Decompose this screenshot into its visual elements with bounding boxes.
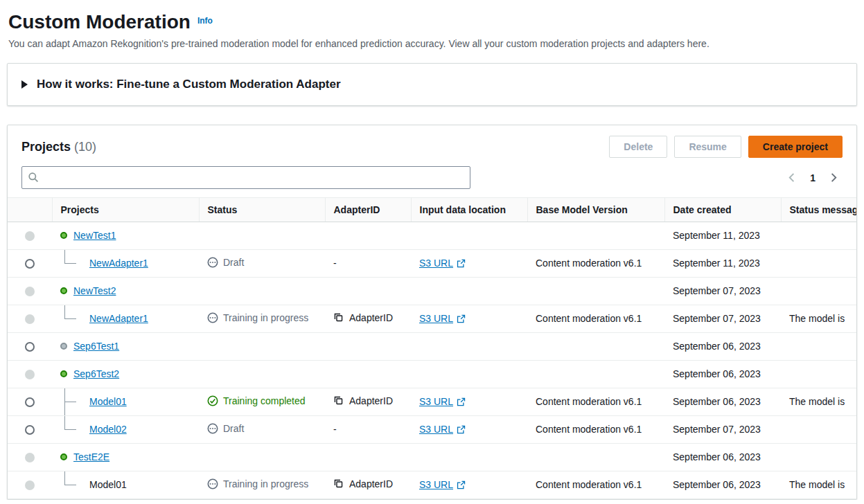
name-cell: Model01: [52, 471, 199, 498]
adapter-link[interactable]: NewAdapter1: [89, 258, 148, 269]
status-message-cell: [781, 443, 856, 471]
project-row: TestE2ESeptember 06, 2023: [8, 443, 856, 471]
selection-cell: [8, 443, 52, 471]
adapter-row: Model02Draft-S3 URLContent moderation v6…: [8, 415, 856, 443]
status-message-cell: [781, 360, 856, 388]
s3-url-link[interactable]: S3 URL: [419, 258, 466, 269]
base-model-version-cell: Content moderation v6.1: [527, 388, 664, 415]
column-header-status: Status: [199, 198, 325, 222]
adapter-id-cell: AdapterID: [325, 471, 411, 498]
external-link-icon: [457, 314, 466, 323]
adapter-id-cell: -: [325, 415, 411, 443]
column-header-adapterid: AdapterID: [325, 198, 411, 222]
how-it-works-panel[interactable]: How it works: Fine-tune a Custom Moderat…: [7, 63, 857, 106]
row-select-radio[interactable]: [25, 342, 35, 352]
row-select-radio[interactable]: [25, 425, 35, 435]
project-link[interactable]: NewTest1: [73, 230, 116, 241]
date-created-cell: September 07, 2023: [664, 305, 781, 332]
date-created-cell: September 11, 2023: [664, 222, 781, 249]
selection-cell: [8, 415, 52, 443]
base-model-version-cell: [527, 332, 664, 360]
expand-caret-icon: [21, 80, 28, 89]
copy-icon[interactable]: [333, 395, 344, 406]
status-message-cell: [781, 415, 856, 443]
adapter-row: NewAdapter1Draft-S3 URLContent moderatio…: [8, 249, 856, 277]
adapter-row: Model01Training in progressAdapterIDS3 U…: [8, 471, 856, 498]
custom-moderation-page: Custom ModerationInfo You can adapt Amaz…: [0, 0, 864, 500]
column-header-projects: Projects: [52, 198, 199, 222]
table-toolbar: 1: [8, 161, 856, 197]
project-status-dot: [60, 370, 67, 377]
s3-url-link[interactable]: S3 URL: [419, 424, 466, 435]
previous-page-icon[interactable]: [787, 172, 797, 183]
project-link[interactable]: TestE2E: [73, 451, 109, 462]
adapter-id-empty: -: [333, 424, 337, 435]
next-page-icon[interactable]: [828, 172, 838, 183]
adapter-row: NewAdapter1Training in progressAdapterID…: [8, 305, 856, 332]
base-model-version-cell: Content moderation v6.1: [527, 471, 664, 498]
external-link-icon: [457, 425, 466, 434]
s3-url-link[interactable]: S3 URL: [419, 396, 466, 407]
adapter-id-cell: AdapterID: [325, 388, 411, 415]
info-link[interactable]: Info: [197, 16, 213, 26]
s3-url-label: S3 URL: [419, 258, 453, 269]
status-cell: Training completed: [199, 388, 325, 415]
status-cell: [199, 277, 325, 305]
resume-button[interactable]: Resume: [674, 136, 741, 158]
delete-button[interactable]: Delete: [609, 136, 667, 158]
copy-icon[interactable]: [333, 478, 344, 489]
name-cell: Model01: [52, 388, 199, 415]
base-model-version-cell: Content moderation v6.1: [527, 305, 664, 332]
date-created-cell: September 06, 2023: [664, 443, 781, 471]
input-location-cell: S3 URL: [411, 471, 527, 498]
row-select-radio[interactable]: [25, 397, 35, 407]
project-link[interactable]: NewTest2: [73, 285, 116, 296]
s3-url-link[interactable]: S3 URL: [419, 479, 466, 490]
base-model-version-cell: [527, 222, 664, 249]
s3-url-label: S3 URL: [419, 479, 453, 490]
status-cell: [199, 360, 325, 388]
adapter-id-text: AdapterID: [349, 478, 393, 489]
status-pending-icon: [207, 478, 218, 489]
name-cell: NewTest2: [52, 277, 199, 305]
adapter-id-text: AdapterID: [349, 395, 393, 406]
status-cell: [199, 332, 325, 360]
column-header-base-model-version: Base Model Version: [527, 198, 664, 222]
status-message-cell: The model is: [781, 388, 856, 415]
selection-column-header: [8, 198, 52, 222]
projects-table: ProjectsStatusAdapterIDInput data locati…: [8, 198, 856, 499]
status-pending-icon: [207, 312, 218, 323]
external-link-icon: [457, 259, 466, 268]
project-row: NewTest1September 11, 2023: [8, 222, 856, 249]
adapter-id-text: AdapterID: [349, 312, 393, 323]
adapter-link[interactable]: Model01: [89, 396, 127, 407]
adapter-id-cell: AdapterID: [325, 305, 411, 332]
date-created-cell: September 06, 2023: [664, 360, 781, 388]
row-select-radio[interactable]: [25, 259, 35, 269]
s3-url-link[interactable]: S3 URL: [419, 313, 466, 324]
project-link[interactable]: Sep6Test1: [73, 341, 119, 352]
status-indicator: Training in progress: [207, 312, 308, 323]
tree-connector-icon: [64, 305, 76, 332]
date-created-cell: September 11, 2023: [664, 249, 781, 277]
project-status-dot: [60, 343, 67, 350]
column-header-date-created: Date created: [664, 198, 781, 222]
tree-connector-icon: [64, 250, 76, 277]
project-row: NewTest2September 07, 2023: [8, 277, 856, 305]
copy-icon[interactable]: [333, 312, 344, 323]
create-project-button[interactable]: Create project: [748, 136, 843, 158]
search-icon: [28, 172, 39, 183]
project-link[interactable]: Sep6Test2: [73, 368, 119, 379]
tree-connector-icon: [64, 388, 76, 415]
adapter-id-cell: [325, 277, 411, 305]
date-created-cell: September 06, 2023: [664, 471, 781, 498]
row-select-radio: [25, 314, 35, 324]
search-input[interactable]: [21, 166, 470, 189]
date-created-cell: September 07, 2023: [664, 415, 781, 443]
selection-cell: [8, 332, 52, 360]
status-message-cell: [781, 249, 856, 277]
adapter-link[interactable]: Model02: [89, 424, 127, 435]
selection-cell: [8, 388, 52, 415]
current-page[interactable]: 1: [810, 172, 815, 183]
adapter-link[interactable]: NewAdapter1: [89, 313, 148, 324]
